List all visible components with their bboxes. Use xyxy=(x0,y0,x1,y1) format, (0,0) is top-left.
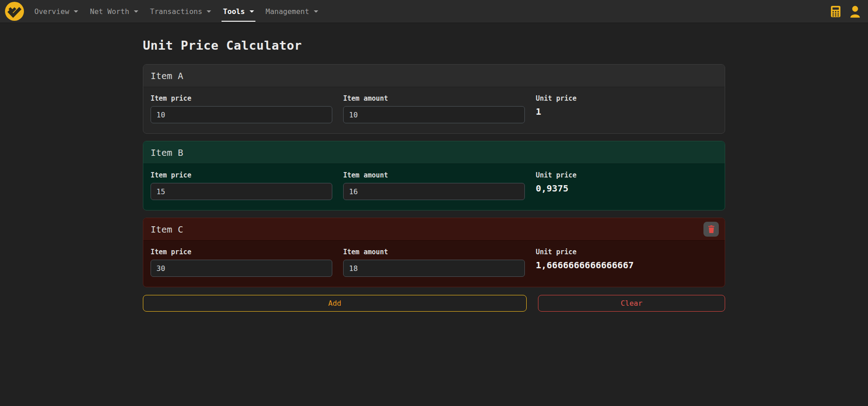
unit-price-field: Unit price 0,9375 xyxy=(536,171,717,200)
item-amount-input[interactable] xyxy=(343,106,525,123)
nav-list: Overview Net Worth Transactions Tools Ma… xyxy=(28,0,324,23)
nav-item-transactions[interactable]: Transactions xyxy=(144,0,217,23)
item-price-input[interactable] xyxy=(151,183,332,200)
item-card-b: Item B Item price Item amount Unit price… xyxy=(143,141,725,210)
brand-logo[interactable] xyxy=(5,1,24,21)
item-card-c-title: Item C xyxy=(151,224,183,235)
user-icon[interactable] xyxy=(849,5,861,18)
item-price-input[interactable] xyxy=(151,106,332,123)
item-price-field: Item price xyxy=(151,171,332,200)
item-price-label: Item price xyxy=(151,94,332,103)
item-card-b-title: Item B xyxy=(151,147,183,158)
unit-price-label: Unit price xyxy=(536,94,717,103)
logo-icon xyxy=(5,1,24,21)
item-card-c-header: Item C xyxy=(143,218,725,241)
unit-price-field: Unit price 1 xyxy=(536,94,717,123)
nav-item-label: Net Worth xyxy=(90,7,129,16)
nav-item-tools[interactable]: Tools xyxy=(217,0,259,23)
calculator-icon[interactable] xyxy=(830,5,841,18)
unit-price-value: 1 xyxy=(536,106,717,117)
main-content: Unit Price Calculator Item A Item price … xyxy=(143,38,725,312)
unit-price-label: Unit price xyxy=(536,248,717,256)
item-card-c: Item C Item price Item amount Unit price… xyxy=(143,218,725,287)
chevron-down-icon xyxy=(207,10,211,13)
page-title: Unit Price Calculator xyxy=(143,38,725,52)
item-card-a-body: Item price Item amount Unit price 1 xyxy=(143,87,725,133)
trash-icon xyxy=(708,225,715,233)
clear-button[interactable]: Clear xyxy=(538,295,725,312)
delete-item-button[interactable] xyxy=(703,222,719,237)
item-amount-field: Item amount xyxy=(343,171,525,200)
item-price-label: Item price xyxy=(151,171,332,179)
nav-item-label: Tools xyxy=(223,7,245,16)
nav-item-label: Overview xyxy=(34,7,69,16)
chevron-down-icon xyxy=(134,10,138,13)
item-amount-field: Item amount xyxy=(343,248,525,277)
unit-price-field: Unit price 1,6666666666666667 xyxy=(536,248,717,277)
item-amount-field: Item amount xyxy=(343,94,525,123)
item-amount-label: Item amount xyxy=(343,171,525,179)
unit-price-value: 0,9375 xyxy=(536,183,717,194)
item-price-field: Item price xyxy=(151,248,332,277)
navbar: Overview Net Worth Transactions Tools Ma… xyxy=(0,0,868,23)
item-amount-label: Item amount xyxy=(343,248,525,256)
item-amount-input[interactable] xyxy=(343,260,525,277)
item-card-b-body: Item price Item amount Unit price 0,9375 xyxy=(143,164,725,210)
item-card-a-title: Item A xyxy=(151,70,183,81)
chevron-down-icon xyxy=(74,10,78,13)
actions-row: Add Clear xyxy=(143,295,725,312)
nav-item-label: Transactions xyxy=(150,7,203,16)
item-price-label: Item price xyxy=(151,248,332,256)
unit-price-value: 1,6666666666666667 xyxy=(536,260,717,271)
nav-item-net-worth[interactable]: Net Worth xyxy=(84,0,144,23)
item-card-a: Item A Item price Item amount Unit price… xyxy=(143,64,725,134)
item-price-field: Item price xyxy=(151,94,332,123)
nav-item-overview[interactable]: Overview xyxy=(28,0,84,23)
unit-price-label: Unit price xyxy=(536,171,717,179)
navbar-icons xyxy=(830,5,863,18)
item-card-b-header: Item B xyxy=(143,141,725,164)
item-price-input[interactable] xyxy=(151,260,332,277)
chevron-down-icon xyxy=(250,10,254,13)
nav-item-management[interactable]: Management xyxy=(260,0,324,23)
item-amount-label: Item amount xyxy=(343,94,525,103)
item-amount-input[interactable] xyxy=(343,183,525,200)
item-card-c-body: Item price Item amount Unit price 1,6666… xyxy=(143,241,725,287)
chevron-down-icon xyxy=(314,10,318,13)
item-card-a-header: Item A xyxy=(143,65,725,87)
add-button[interactable]: Add xyxy=(143,295,527,312)
nav-item-label: Management xyxy=(266,7,309,16)
